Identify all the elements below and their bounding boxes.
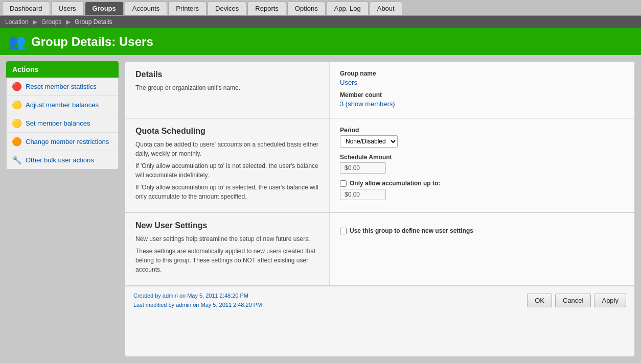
sidebar-title: Actions	[6, 61, 119, 78]
new-user-title: New User Settings	[135, 221, 319, 230]
tab-groups[interactable]: Groups	[85, 2, 124, 15]
details-title: Details	[135, 70, 319, 79]
show-members-link[interactable]: show members	[348, 100, 393, 108]
restrictions-icon: 🟠	[12, 137, 22, 147]
new-user-right: Use this group to define new user settin…	[330, 213, 634, 285]
ok-button[interactable]: OK	[527, 294, 552, 307]
quota-desc1: Quota can be added to users' accounts on…	[135, 140, 319, 158]
tab-devices[interactable]: Devices	[208, 2, 246, 15]
breadcrumb-current: Group Details	[75, 18, 112, 26]
tab-options[interactable]: Options	[287, 2, 326, 15]
quota-desc3: If 'Only allow accumulation up to' is se…	[135, 183, 319, 201]
member-count-value: 3 (show members)	[340, 100, 624, 108]
footer-meta: Created by admin on May 5, 2011 2:48:20 …	[133, 292, 262, 309]
sidebar-item-bulk[interactable]: 🔧 Other bulk user actions	[7, 151, 118, 169]
accumulation-checkbox[interactable]	[340, 180, 347, 187]
breadcrumb-sep2: ▶	[66, 18, 71, 26]
quota-desc2: If 'Only allow accumulation up to' is no…	[135, 161, 319, 180]
sidebar-item-adjust-label: Adjust member balances	[26, 101, 99, 109]
new-user-left: New User Settings New user settings help…	[125, 213, 330, 285]
header-icon: 👥	[8, 33, 26, 50]
schedule-amount-label: Schedule Amount	[340, 154, 624, 161]
footer: Created by admin on May 5, 2011 2:48:20 …	[125, 286, 634, 314]
sidebar-item-restrictions-label: Change member restrictions	[26, 138, 109, 145]
tab-applog[interactable]: App. Log	[327, 2, 369, 15]
page-header: 👥 Group Details: Users	[0, 28, 641, 55]
period-label: Period	[340, 127, 624, 134]
period-row: None/Disabled Daily Weekly Monthly	[340, 135, 624, 148]
page-title: Group Details: Users	[31, 35, 153, 49]
member-count-label: Member count	[340, 91, 624, 99]
tab-reports[interactable]: Reports	[247, 2, 286, 15]
new-user-checkbox-row: Use this group to define new user settin…	[340, 227, 624, 234]
sidebar-item-set-balances-label: Set member balances	[26, 119, 90, 127]
sidebar-item-restrictions[interactable]: 🟠 Change member restrictions	[7, 133, 118, 151]
schedule-amount-input[interactable]	[340, 162, 386, 174]
created-text: Created by admin on May 5, 2011 2:48:20 …	[133, 292, 262, 301]
tab-printers[interactable]: Printers	[168, 2, 207, 15]
accumulation-label: Only allow accumulation up to:	[350, 180, 440, 187]
sidebar-item-set-balances[interactable]: 🟡 Set member balances	[7, 114, 118, 133]
reset-icon: 🔴	[12, 82, 22, 91]
main-layout: Actions 🔴 Reset member statistics 🟡 Adju…	[0, 55, 641, 363]
top-nav: Dashboard Users Groups Accounts Printers…	[0, 0, 641, 16]
quota-right: Period None/Disabled Daily Weekly Monthl…	[330, 118, 634, 212]
new-user-checkbox[interactable]	[340, 228, 347, 234]
new-user-checkbox-label: Use this group to define new user settin…	[350, 227, 473, 234]
details-right: Group name Users Member count 3 (show me…	[330, 62, 634, 118]
sidebar-items: 🔴 Reset member statistics 🟡 Adjust membe…	[6, 78, 119, 169]
accumulation-amount-input[interactable]	[340, 189, 386, 200]
bulk-icon: 🔧	[12, 155, 22, 165]
tab-accounts[interactable]: Accounts	[125, 2, 167, 15]
new-user-section: New User Settings New user settings help…	[125, 213, 634, 286]
quota-section: Quota Scheduling Quota can be added to u…	[125, 118, 634, 213]
new-user-desc2: These settings are automatically applied…	[135, 247, 319, 274]
sidebar-item-adjust[interactable]: 🟡 Adjust member balances	[7, 96, 118, 114]
sidebar-item-reset[interactable]: 🔴 Reset member statistics	[7, 78, 118, 96]
quota-left: Quota Scheduling Quota can be added to u…	[125, 118, 330, 212]
quota-title: Quota Scheduling	[135, 127, 319, 136]
details-left: Details The group or organization unit's…	[125, 62, 330, 118]
period-select[interactable]: None/Disabled Daily Weekly Monthly	[340, 135, 398, 148]
new-user-desc1: New user settings help streamline the se…	[135, 234, 319, 244]
sidebar-item-bulk-label: Other bulk user actions	[26, 156, 94, 164]
tab-users[interactable]: Users	[51, 2, 84, 15]
breadcrumb: Location ▶ Groups ▶ Group Details	[0, 16, 641, 28]
cancel-button[interactable]: Cancel	[555, 294, 591, 307]
adjust-icon: 🟡	[12, 100, 22, 110]
footer-buttons: OK Cancel Apply	[527, 294, 626, 307]
group-name-label: Group name	[340, 70, 624, 77]
breadcrumb-sep1: ▶	[33, 18, 37, 26]
content-area: Details The group or organization unit's…	[125, 61, 635, 357]
breadcrumb-location[interactable]: Location	[5, 18, 28, 26]
details-section: Details The group or organization unit's…	[125, 62, 634, 118]
group-name-value: Users	[340, 79, 624, 86]
apply-button[interactable]: Apply	[594, 294, 626, 307]
sidebar: Actions 🔴 Reset member statistics 🟡 Adju…	[6, 61, 119, 357]
member-count-suffix: )	[393, 100, 395, 108]
sidebar-item-reset-label: Reset member statistics	[26, 83, 97, 90]
breadcrumb-groups[interactable]: Groups	[41, 18, 61, 26]
accumulation-checkbox-row: Only allow accumulation up to:	[340, 180, 624, 187]
details-desc: The group or organization unit's name.	[135, 83, 319, 92]
tab-about[interactable]: About	[370, 2, 402, 15]
tab-dashboard[interactable]: Dashboard	[2, 2, 50, 15]
member-count-prefix: 3 (	[340, 100, 348, 108]
set-balances-icon: 🟡	[12, 118, 22, 128]
modified-text: Last modified by admin on May 5, 2011 2:…	[133, 301, 262, 310]
